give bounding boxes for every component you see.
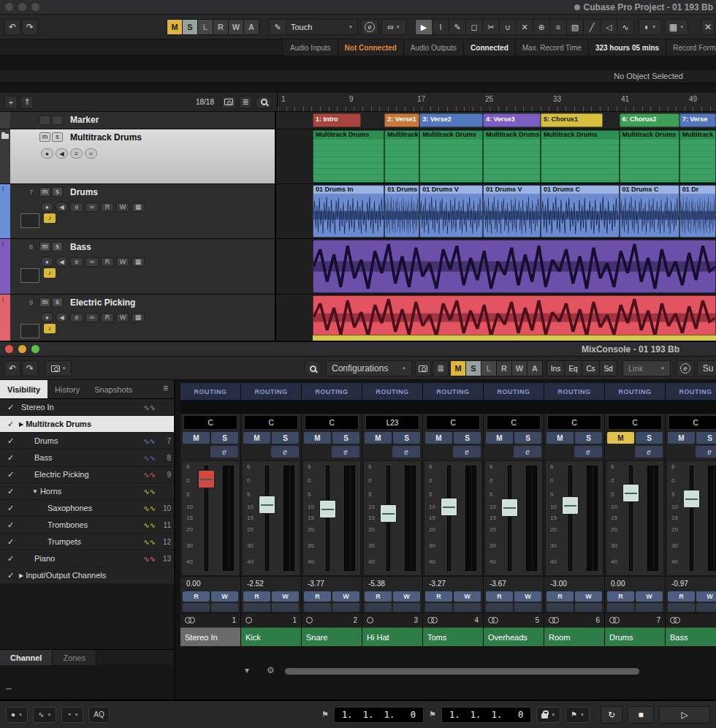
pan-control[interactable]: L23 <box>365 415 419 430</box>
write-automation-button[interactable]: W <box>636 591 663 602</box>
check-icon[interactable]: ✓ <box>7 470 19 479</box>
track-mute-button[interactable]: m <box>39 297 50 307</box>
check-icon[interactable]: ✓ <box>7 554 19 564</box>
folder-part[interactable]: Multitrack Drums <box>483 130 541 183</box>
automation-button[interactable]: A <box>528 360 543 376</box>
secondary-flag-icon[interactable]: ⚑ <box>429 710 436 719</box>
automation-button[interactable]: R <box>497 360 512 376</box>
mute-button[interactable]: M <box>243 432 270 444</box>
solo-button[interactable]: S <box>211 432 238 444</box>
cycle-button[interactable]: ↻ <box>601 706 622 724</box>
automation-button[interactable]: W <box>512 360 528 376</box>
mute-button[interactable]: M <box>304 432 331 444</box>
fader-track[interactable] <box>629 466 633 571</box>
rack-button[interactable]: Eq <box>565 360 582 376</box>
write-automation-button[interactable]: W <box>272 591 299 602</box>
monitor-icon[interactable]: ◀ <box>56 312 68 322</box>
automation-button[interactable]: S <box>466 360 481 376</box>
audio-event[interactable]: 01 Drums V <box>483 185 541 238</box>
channel-name[interactable]: Bass <box>666 627 716 646</box>
visibility-item[interactable]: ✓ Saxophones 10 <box>0 500 174 517</box>
edit-channel-icon[interactable]: e <box>70 202 83 212</box>
pan-control[interactable]: C <box>305 415 359 430</box>
record-enable-icon[interactable]: ● <box>41 257 53 267</box>
tool-button[interactable]: ✂ <box>483 19 500 35</box>
edit-button[interactable]: e <box>361 19 378 35</box>
marker-track-header[interactable]: Marker <box>0 112 276 129</box>
fader-handle[interactable] <box>683 490 700 508</box>
solo-button[interactable]: S <box>514 432 541 444</box>
channel-name[interactable]: Toms <box>423 627 483 646</box>
solo-button[interactable]: S <box>696 432 716 444</box>
visibility-item[interactable]: ✓ Drums 7 <box>0 433 174 450</box>
freeze-icon[interactable]: ≈ <box>85 148 97 159</box>
add-marker-icon[interactable] <box>39 115 50 125</box>
audio-event[interactable]: 01 Drums V <box>419 185 483 238</box>
channel-extra-button[interactable] <box>607 603 634 612</box>
channel-name[interactable]: Stereo In <box>180 627 240 646</box>
insert-state-icon[interactable]: ∞ <box>85 257 99 267</box>
solo-button[interactable]: S <box>575 432 602 444</box>
mc-list-button[interactable]: ≣ <box>433 360 449 376</box>
edit-channel-icon[interactable]: e <box>70 313 83 322</box>
tool-button[interactable]: ◁ <box>601 19 617 35</box>
fader-track[interactable] <box>690 466 693 571</box>
channel-extra-button[interactable] <box>425 603 452 612</box>
pan-control[interactable]: C <box>669 415 716 430</box>
marker-event[interactable]: 4: Verse3 <box>483 113 541 127</box>
edit-channel-button[interactable]: e <box>514 446 541 458</box>
write-automation-icon[interactable]: W <box>116 313 129 322</box>
edit-channel-button[interactable]: e <box>392 446 420 458</box>
audio-event[interactable] <box>313 295 716 340</box>
channel-extra-button[interactable] <box>304 603 331 612</box>
tool-button[interactable]: ∿ <box>617 19 634 35</box>
track-mute-button[interactable]: m <box>39 187 50 197</box>
track-solo-button[interactable]: s <box>52 132 63 142</box>
channel-extra-button[interactable] <box>183 603 210 612</box>
track-mute-button[interactable]: m <box>39 132 50 142</box>
color-menu-button[interactable]: ◐▼ <box>639 19 662 35</box>
folder-part[interactable]: Multitrack Drums <box>541 130 620 183</box>
channel-extra-button[interactable] <box>546 603 574 612</box>
read-automation-icon[interactable]: R <box>101 313 114 322</box>
expand-arrow-icon[interactable]: ▼ <box>32 488 38 495</box>
channel-extra-button[interactable] <box>486 603 513 612</box>
write-automation-icon[interactable]: W <box>116 202 129 212</box>
tool-button[interactable]: ✕ <box>517 19 533 35</box>
fader-handle[interactable] <box>622 484 639 502</box>
folder-part[interactable]: Multitrack Drums <box>679 130 716 183</box>
write-automation-button[interactable]: W <box>454 591 481 602</box>
musical-mode-icon[interactable]: ♪ <box>44 213 56 223</box>
channel-name[interactable]: Drums <box>605 627 665 646</box>
channel-extra-button[interactable] <box>211 603 238 612</box>
folder-part[interactable]: Multitrack Drums <box>419 130 483 183</box>
channel-extra-button[interactable] <box>365 603 392 612</box>
tool-button[interactable]: ✎ <box>449 19 466 35</box>
channel-routing-slot[interactable]: ROUTING <box>666 383 716 401</box>
fader-db-value[interactable]: -3.00 <box>544 576 604 591</box>
gear-icon[interactable]: ⚙ <box>267 665 275 675</box>
mute-button[interactable]: M <box>183 432 210 444</box>
visibility-item[interactable]: ✓ Trombones 11 <box>0 517 174 534</box>
fader-db-value[interactable]: -3.67 <box>484 576 544 591</box>
track-solo-button[interactable]: s <box>52 297 63 307</box>
bottom-tab[interactable]: Channel <box>0 650 53 665</box>
visibility-item[interactable]: ✓ Piano 13 <box>0 550 174 567</box>
check-icon[interactable]: ✓ <box>7 420 19 429</box>
fader-db-value[interactable]: 0.00 <box>180 576 240 591</box>
audio-event[interactable]: 01 Drums V <box>384 185 419 238</box>
track-mute-button[interactable]: m <box>39 242 50 251</box>
mute-button[interactable]: M <box>425 432 452 444</box>
fader-track[interactable] <box>265 466 269 571</box>
input-routing-icon[interactable]: ▦ <box>132 313 145 322</box>
expand-arrow-icon[interactable]: ▶ <box>19 421 23 428</box>
read-automation-button[interactable]: R <box>304 591 331 602</box>
channel-name[interactable]: Room <box>544 627 604 646</box>
folder-part[interactable]: Multitrack Drums <box>620 130 679 183</box>
mixconsole-zoom-button[interactable] <box>31 345 39 353</box>
inserts-slot[interactable] <box>20 213 39 228</box>
write-automation-button[interactable]: W <box>696 591 716 602</box>
track-search-button[interactable] <box>255 96 273 109</box>
read-automation-button[interactable]: R <box>365 591 392 602</box>
visibility-item[interactable]: ✓ Electric Picking 9 <box>0 466 174 483</box>
